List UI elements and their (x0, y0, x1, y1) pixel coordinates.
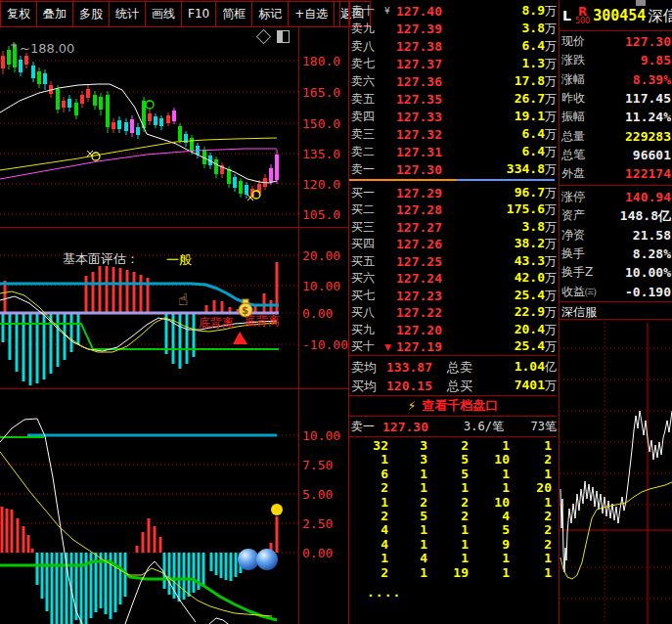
level-price[interactable]: 127.23 (396, 289, 450, 303)
stat-label: 收益㈢ (560, 284, 597, 300)
level-price[interactable]: 127.38 (396, 39, 450, 54)
level-price[interactable]: 127.40 (396, 4, 450, 19)
level-price[interactable]: 127.20 (396, 323, 450, 337)
level-label: 卖六 (349, 73, 384, 90)
level-price[interactable]: 127.39 (396, 22, 450, 36)
tape-row: 211120 (349, 481, 557, 495)
ask-row[interactable]: 卖三127.326.4万 (349, 125, 557, 143)
level-volume: 175.6万 (450, 201, 557, 218)
tape-row: 41152 (349, 523, 557, 537)
bid-row[interactable]: 买四127.2638.2万 (349, 236, 557, 253)
bid-row[interactable]: 买五127.2543.3万 (349, 252, 557, 270)
level-price[interactable]: 127.19 (396, 339, 450, 354)
sell-avg-label: 卖均 (349, 359, 386, 377)
bid-row[interactable]: 买六127.2442.0万 (349, 270, 557, 288)
tape-lot-value: 2 (510, 453, 552, 467)
buy-average-row: 买均 120.15 总买 7401万 (349, 377, 557, 395)
stat-value: 229283 (585, 129, 672, 144)
tape-lot-value: 1 (510, 552, 552, 565)
quote-stat-row: 收益㈢-0.190 (560, 283, 672, 301)
tape-lot-value: 5 (427, 453, 469, 467)
tape-row: 14111 (349, 552, 557, 565)
kline-high-label: ~188.00 (20, 41, 74, 56)
tape-lot-value: 1 (469, 552, 510, 565)
tape-lot-list[interactable]: 3232111351026151121112012210125242411524… (349, 439, 557, 582)
bid-row[interactable]: 买八127.2222.9万 (349, 304, 557, 322)
level-price[interactable]: 127.24 (396, 271, 450, 286)
tape-lot-value: 1 (510, 566, 552, 580)
level-label: 买五 (349, 253, 384, 270)
tape-row: 135102 (349, 453, 557, 467)
level-volume: 19.1万 (450, 109, 557, 125)
level-price[interactable]: 127.37 (396, 57, 450, 71)
level-price[interactable]: 127.22 (396, 305, 450, 320)
tape-header: 卖一 127.30 3.6/笔 73笔 (349, 419, 557, 435)
ask-row[interactable]: 卖七127.371.3万 (349, 55, 557, 72)
y-axis-tick: 2.50 (302, 516, 347, 531)
ask-row[interactable]: 卖八127.386.4万 (349, 37, 557, 55)
level-label: 买六 (349, 270, 384, 287)
level-price[interactable]: 127.36 (396, 74, 450, 89)
tape-lot-value: 1 (469, 481, 510, 495)
level-price[interactable]: 127.25 (396, 254, 450, 269)
view-full-depth-link[interactable]: ⚡ 查看千档盘口 (349, 397, 557, 415)
tape-price: 127.30 (382, 420, 443, 434)
level-price[interactable]: 127.32 (396, 127, 450, 142)
tape-lot-value: 1 (469, 566, 510, 580)
stat-value: 9.85 (585, 53, 672, 67)
level-price[interactable]: 127.30 (396, 162, 450, 177)
level-price[interactable]: 127.28 (396, 202, 450, 217)
fundamental-rating: 一般 (166, 251, 192, 269)
level-volume: 25.4万 (450, 288, 557, 304)
ask-row[interactable]: 卖四127.3319.1万 (349, 108, 557, 125)
stock-header: L R500 300454 深信服 (560, 2, 672, 29)
bid-row[interactable]: 买七127.2325.4万 (349, 287, 557, 304)
tape-lot-value: 3 (388, 439, 427, 453)
bid-row[interactable]: 买十▼127.1925.4万 (349, 338, 557, 356)
level-price[interactable]: 127.26 (396, 237, 450, 251)
level-volume: 96.7万 (450, 185, 557, 201)
ask-row[interactable]: 卖六127.3617.8万 (349, 72, 557, 90)
bid-row[interactable]: 买一127.2996.7万 (349, 184, 557, 201)
stat-value: 8.28% (585, 246, 672, 261)
level-label: 卖十 (349, 3, 384, 20)
stat-label: 涨停 (560, 189, 585, 205)
level-label: 买四 (349, 236, 384, 252)
level-price[interactable]: 127.33 (396, 110, 450, 124)
stock-name: 深信服 (648, 7, 672, 25)
level-label: 卖七 (349, 56, 384, 72)
trading-terminal: 复权叠加多股统计画线F10简框标记+自选返回 ☝$ 180.0165.0150.… (0, 0, 672, 624)
bid-row[interactable]: 买三127.273.8万 (349, 218, 557, 236)
level-price[interactable]: 127.35 (396, 92, 450, 107)
level-label: 买三 (349, 219, 384, 236)
buy-avg-price: 120.15 (386, 379, 447, 393)
tape-lot-value: 1 (388, 468, 427, 481)
tape-lot-value: 9 (469, 538, 510, 552)
tape-lot-value: 2 (427, 439, 469, 453)
level-price[interactable]: 127.29 (396, 186, 450, 201)
level-price[interactable]: 127.31 (396, 145, 450, 159)
ask-row[interactable]: 卖五127.3526.7万 (349, 90, 557, 108)
bid-row[interactable]: 买九127.2020.4万 (349, 321, 557, 338)
ask-row[interactable]: 卖二127.316.4万 (349, 143, 557, 160)
tape-more-indicator: .... (367, 585, 401, 600)
stock-code: 300454 (593, 7, 646, 24)
flag-l: L (562, 8, 571, 23)
quote-stat-row: 外盘122174 (560, 164, 672, 183)
stat-label: 涨幅 (560, 71, 585, 88)
tape-lot-value: 4 (349, 523, 388, 537)
price-direction-icon: ▼ (384, 342, 396, 352)
tape-lot-value: 2 (388, 496, 427, 510)
y-axis-tick: 7.50 (302, 458, 347, 472)
diamond-icon[interactable] (256, 28, 272, 44)
level-price[interactable]: 127.27 (396, 220, 450, 235)
tape-lot-value: 32 (349, 439, 388, 453)
order-book-panel: 卖十¥127.408.9万卖九127.393.8万卖八127.386.4万卖七1… (349, 0, 559, 624)
ask-row[interactable]: 卖九127.393.8万 (349, 20, 557, 37)
ask-row[interactable]: 卖十¥127.408.9万 (349, 2, 557, 20)
stat-value: 122174 (585, 166, 672, 181)
split-window-icon[interactable] (277, 30, 290, 43)
tape-lot-value: 1 (349, 552, 388, 565)
ask-row[interactable]: 卖一127.30334.8万 (349, 160, 557, 178)
bid-row[interactable]: 买二127.28175.6万 (349, 201, 557, 219)
